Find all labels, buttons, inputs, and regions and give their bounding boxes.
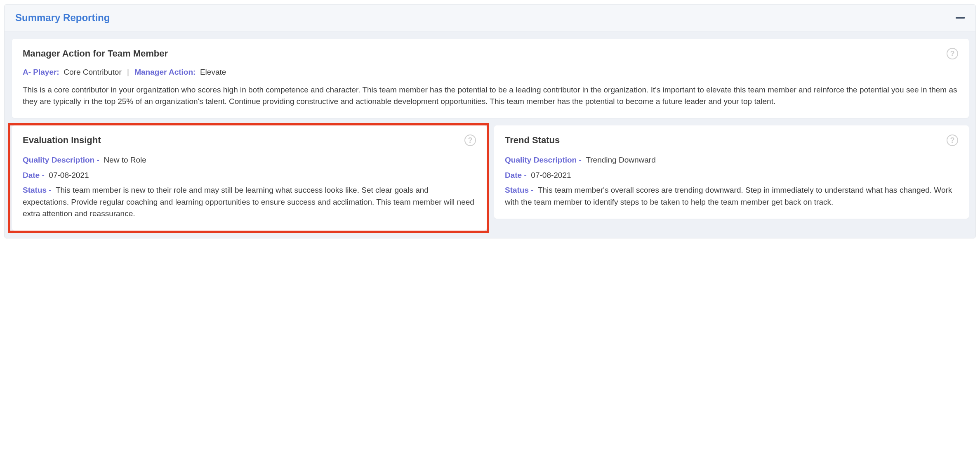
- manager-action-label: Manager Action:: [134, 68, 196, 76]
- divider: |: [127, 68, 129, 76]
- manager-action-title: Manager Action for Team Member: [23, 48, 168, 59]
- status-value: This team member is new to their role an…: [23, 186, 474, 218]
- date-value: 07-08-2021: [49, 171, 89, 179]
- quality-description-value: New to Role: [104, 156, 146, 164]
- summary-reporting-panel: Summary Reporting Manager Action for Tea…: [4, 4, 976, 238]
- panel-body: Manager Action for Team Member ? A- Play…: [5, 31, 975, 238]
- evaluation-insight-column: Evaluation Insight ? Quality Description…: [12, 125, 487, 231]
- minus-icon[interactable]: [956, 17, 965, 19]
- quality-description-line: Quality Description - Trending Downward: [505, 154, 958, 166]
- evaluation-insight-card: Evaluation Insight ? Quality Description…: [12, 125, 487, 231]
- date-value: 07-08-2021: [531, 171, 571, 179]
- manager-action-value: Elevate: [200, 68, 226, 76]
- date-label: Date -: [505, 171, 527, 179]
- trend-status-card: Trend Status ? Quality Description - Tre…: [494, 125, 969, 219]
- two-column-row: Evaluation Insight ? Quality Description…: [12, 125, 969, 231]
- panel-header: Summary Reporting: [5, 5, 975, 31]
- manager-action-summary: A- Player: Core Contributor | Manager Ac…: [23, 68, 958, 77]
- quality-description-label: Quality Description -: [23, 156, 99, 164]
- help-icon[interactable]: ?: [464, 135, 476, 146]
- manager-action-card: Manager Action for Team Member ? A- Play…: [12, 39, 969, 118]
- manager-action-body: This is a core contributor in your organ…: [23, 84, 958, 107]
- quality-description-line: Quality Description - New to Role: [23, 154, 476, 166]
- card-header: Evaluation Insight ?: [23, 135, 476, 146]
- panel-title: Summary Reporting: [15, 12, 110, 24]
- a-player-label: A- Player:: [23, 68, 59, 76]
- card-header: Trend Status ?: [505, 135, 958, 146]
- trend-status-title: Trend Status: [505, 135, 560, 146]
- date-label: Date -: [23, 171, 45, 179]
- date-line: Date - 07-08-2021: [505, 170, 958, 182]
- quality-description-label: Quality Description -: [505, 156, 582, 164]
- status-line: Status - This team member is new to thei…: [23, 184, 476, 220]
- status-label: Status -: [505, 186, 534, 194]
- help-icon[interactable]: ?: [947, 135, 958, 146]
- evaluation-insight-title: Evaluation Insight: [23, 135, 101, 146]
- date-line: Date - 07-08-2021: [23, 170, 476, 182]
- card-header: Manager Action for Team Member ?: [23, 48, 958, 59]
- a-player-value: Core Contributor: [64, 68, 121, 76]
- quality-description-value: Trending Downward: [586, 156, 655, 164]
- trend-status-column: Trend Status ? Quality Description - Tre…: [494, 125, 969, 231]
- status-value: This team member's overall scores are tr…: [505, 186, 952, 206]
- status-label: Status -: [23, 186, 52, 194]
- status-line: Status - This team member's overall scor…: [505, 184, 958, 208]
- help-icon[interactable]: ?: [947, 48, 958, 59]
